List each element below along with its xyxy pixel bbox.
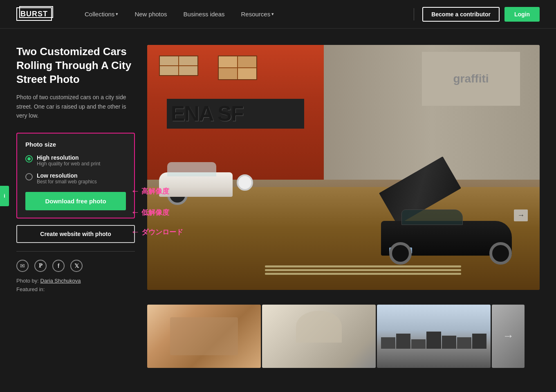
- logo[interactable]: BURST: [16, 7, 52, 21]
- twitter-icon: 𝕏: [74, 263, 79, 269]
- facebook-icon: f: [58, 263, 60, 269]
- main-nav: Collections ▾ New photos Business ideas …: [76, 0, 406, 29]
- nav-new-photos[interactable]: New photos: [126, 0, 175, 29]
- chevron-down-icon: ▾: [271, 11, 274, 17]
- header: BURST Collections ▾ New photos Business …: [0, 0, 556, 29]
- thumbnail-2[interactable]: [262, 305, 376, 368]
- high-resolution-option[interactable]: High resolution High quality for web and…: [25, 154, 126, 167]
- hero-photo: ENA SF graffiti: [147, 45, 540, 290]
- car-left: [159, 172, 249, 197]
- become-contributor-button[interactable]: Become a contributor: [422, 7, 500, 22]
- social-row: ✉ 𝐏 f 𝕏: [16, 260, 135, 272]
- thumbnail-1[interactable]: [147, 305, 261, 368]
- thumbnail-3[interactable]: [377, 305, 491, 368]
- email-share-icon[interactable]: ✉: [16, 260, 29, 272]
- login-button[interactable]: Login: [504, 7, 540, 22]
- high-res-sublabel: High quality for web and print: [37, 161, 100, 167]
- high-res-label: High resolution: [37, 154, 100, 161]
- low-res-label: Low resolution: [37, 172, 97, 179]
- photo-size-box: Photo size High resolution High quality …: [16, 133, 135, 218]
- thumbnail-4[interactable]: →: [492, 305, 525, 368]
- facebook-share-icon[interactable]: f: [52, 260, 65, 272]
- left-panel: Two Customized Cars Rolling Through A Ci…: [16, 45, 135, 292]
- low-resolution-option[interactable]: Low resolution Best for small web graphi…: [25, 172, 126, 185]
- pinterest-share-icon[interactable]: 𝐏: [34, 260, 47, 272]
- nav-business-ideas[interactable]: Business ideas: [175, 0, 233, 29]
- pinterest-icon: 𝐏: [39, 262, 43, 269]
- featured-in: Featured in:: [16, 286, 135, 292]
- sidebar-tab[interactable]: i: [0, 186, 9, 206]
- header-actions: Become a contributor Login: [422, 7, 540, 22]
- photo-title: Two Customized Cars Rolling Through A Ci…: [16, 45, 135, 86]
- logo-text: BURST: [16, 7, 52, 21]
- nav-divider: [414, 8, 414, 20]
- chevron-down-icon: ▾: [116, 11, 118, 17]
- thumbnails-row: →: [0, 305, 556, 384]
- separator: [16, 251, 135, 252]
- nav-resources[interactable]: Resources ▾: [233, 0, 282, 29]
- main-section: Two Customized Cars Rolling Through A Ci…: [0, 29, 556, 305]
- nav-collections[interactable]: Collections ▾: [76, 0, 126, 29]
- twitter-share-icon[interactable]: 𝕏: [70, 260, 83, 272]
- hero-image: ENA SF graffiti: [147, 45, 540, 290]
- high-res-radio[interactable]: [25, 155, 33, 163]
- download-free-photo-button[interactable]: Download free photo: [25, 192, 126, 210]
- create-website-button[interactable]: Create website with photo: [16, 225, 135, 243]
- low-res-radio[interactable]: [25, 173, 33, 180]
- buildings: ENA SF graffiti: [147, 45, 540, 180]
- photo-by: Photo by: Daria Shchukova: [16, 278, 135, 284]
- photo-description: Photo of two customized cars on a city s…: [16, 93, 135, 120]
- photo-size-label: Photo size: [25, 141, 126, 148]
- author-link[interactable]: Daria Shchukova: [40, 278, 81, 284]
- car-right: 6IX4LOW: [381, 221, 520, 256]
- low-res-sublabel: Best for small web graphics: [37, 179, 97, 185]
- info-icon: i: [4, 193, 5, 199]
